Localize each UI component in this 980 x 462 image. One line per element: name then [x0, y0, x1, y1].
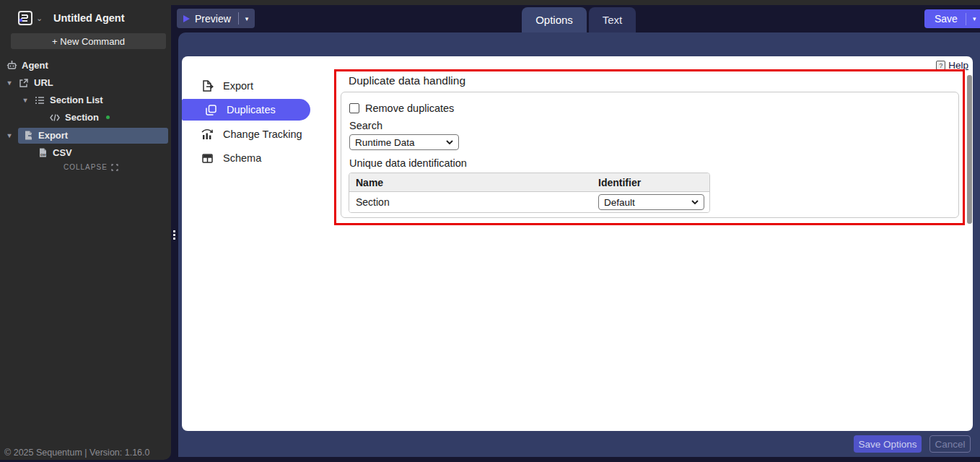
sidebar: ⌄ Untitled Agent + New Command Agent ▾ U… [0, 5, 171, 460]
table-header-row: Name Identifier [349, 173, 709, 192]
cancel-label: Cancel [935, 439, 965, 450]
tree-item-section-list[interactable]: ▾ Section List [21, 92, 103, 108]
remove-duplicates-checkbox[interactable] [349, 103, 359, 113]
chevron-down-icon[interactable]: ▾ [5, 79, 14, 87]
panel-resize-handle[interactable] [171, 226, 178, 243]
duplicate-settings-group: Remove duplicates Search Runtime Data Un… [341, 92, 959, 218]
tree-item-export[interactable]: ▾ Export [5, 127, 168, 144]
tree-item-label: Export [38, 130, 68, 141]
preview-button[interactable]: Preview ▾ [177, 9, 255, 28]
new-command-button[interactable]: + New Command [11, 33, 166, 49]
unique-data-table: Name Identifier Section Default [349, 173, 710, 213]
row-identifier-cell: Default [595, 194, 709, 210]
save-label: Save [935, 13, 958, 25]
tree-item-agent[interactable]: Agent [6, 57, 48, 74]
nav-item-duplicates[interactable]: Duplicates [204, 99, 276, 121]
tree-item-url[interactable]: ▾ URL [5, 74, 53, 91]
save-dropdown-chevron-icon[interactable]: ▾ [966, 15, 980, 22]
remove-duplicates-row: Remove duplicates [349, 103, 454, 114]
chevron-down-icon[interactable]: ▾ [5, 131, 14, 139]
collapse-tree-button[interactable]: COLLAPSE [64, 163, 118, 171]
save-options-button[interactable]: Save Options [854, 435, 922, 453]
status-dot [106, 116, 110, 119]
save-button[interactable]: Save ▾ [924, 9, 980, 28]
table-icon [201, 152, 214, 165]
preview-label: Preview [195, 13, 231, 25]
sequentum-logo-icon [17, 10, 33, 26]
external-link-icon [18, 77, 30, 89]
help-icon: ? [936, 61, 945, 70]
list-icon [34, 95, 45, 106]
tab-label: Text [603, 14, 623, 26]
window-chrome-strip [0, 0, 980, 5]
options-card: ? Help Export Duplicates Change Tracking [182, 56, 973, 431]
agent-title: Untitled Agent [53, 12, 125, 24]
nav-item-change-tracking[interactable]: Change Tracking [201, 123, 302, 145]
help-link[interactable]: ? Help [936, 60, 968, 71]
column-header-name: Name [349, 177, 595, 188]
tree-item-label: URL [34, 77, 53, 88]
file-export-icon [201, 79, 214, 92]
identifier-select-value: Default [604, 197, 635, 208]
code-icon [49, 112, 61, 123]
collapse-label: COLLAPSE [64, 163, 108, 171]
search-label: Search [349, 120, 382, 131]
play-icon [183, 14, 191, 23]
nav-item-export[interactable]: Export [201, 75, 253, 97]
version-text: © 2025 Sequentum | Version: 1.16.0 [4, 448, 149, 458]
tab-text[interactable]: Text [589, 7, 636, 32]
tree-item-label: Agent [22, 60, 48, 71]
tab-label: Options [535, 14, 573, 26]
row-name-cell: Section [349, 196, 595, 208]
copy-icon [204, 103, 217, 116]
unique-data-label: Unique data identification [349, 157, 467, 169]
search-select[interactable]: Runtime Data [349, 134, 459, 150]
svg-text:csv: csv [40, 153, 46, 157]
chevron-down-icon [691, 200, 699, 204]
new-command-label: + New Command [52, 36, 125, 47]
identifier-select[interactable]: Default [598, 194, 704, 210]
nav-item-label: Schema [223, 152, 261, 164]
agent-menu-chevron-icon[interactable]: ⌄ [36, 14, 43, 23]
nav-item-label: Change Tracking [223, 128, 302, 140]
tree-item-section[interactable]: Section [49, 109, 110, 126]
robot-icon [6, 60, 17, 71]
tree-item-csv[interactable]: csv CSV [37, 144, 72, 161]
chevron-down-icon[interactable]: ▾ [21, 96, 30, 104]
save-options-label: Save Options [858, 439, 916, 450]
table-row: Section Default [349, 192, 709, 212]
nav-item-label: Export [223, 80, 253, 92]
preview-dropdown-chevron-icon[interactable]: ▾ [239, 15, 255, 22]
chart-icon [201, 128, 214, 141]
tree-item-label: Section [65, 112, 99, 123]
tree-item-label: CSV [53, 147, 72, 158]
file-export-icon [22, 130, 34, 141]
app-window: ⌄ Untitled Agent + New Command Agent ▾ U… [0, 0, 980, 462]
column-header-identifier: Identifier [595, 177, 709, 188]
file-csv-icon: csv [37, 147, 48, 159]
tree-item-export-selected[interactable]: Export [18, 128, 168, 144]
help-label: Help [948, 60, 968, 71]
cancel-button[interactable]: Cancel [929, 435, 971, 453]
section-title: Duplicate data handling [349, 74, 465, 87]
tab-options[interactable]: Options [522, 7, 587, 32]
chevron-down-icon [446, 140, 453, 144]
nav-item-label: Duplicates [227, 104, 276, 116]
search-select-value: Runtime Data [355, 137, 415, 148]
expand-icon [111, 164, 118, 171]
tree-item-label: Section List [50, 95, 103, 105]
vertical-scrollbar-thumb[interactable] [967, 75, 972, 224]
remove-duplicates-label: Remove duplicates [365, 103, 454, 114]
nav-item-schema[interactable]: Schema [201, 147, 261, 169]
